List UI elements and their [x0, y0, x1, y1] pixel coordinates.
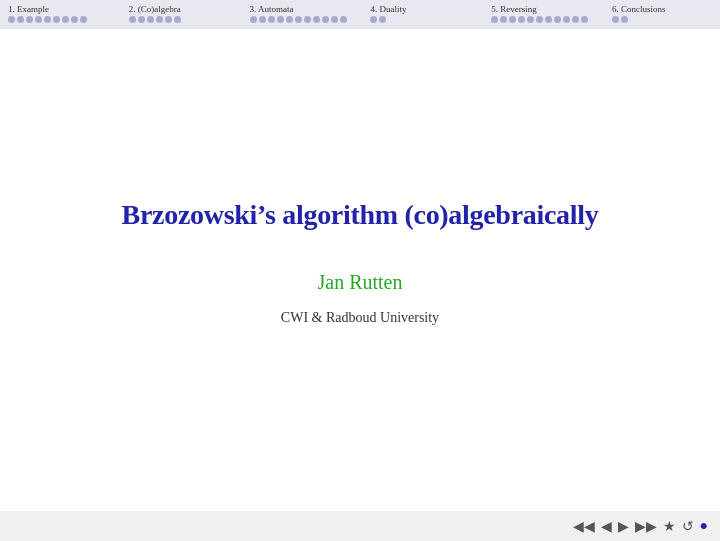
nav-dot — [313, 16, 320, 23]
nav-section-6-label: 6. Conclusions — [612, 4, 666, 14]
nav-dot — [509, 16, 516, 23]
nav-dots-1 — [8, 16, 87, 23]
slide-title: Brzozowski’s algorithm (co)algebraically — [122, 199, 599, 231]
nav-dot — [322, 16, 329, 23]
prev-page-icon[interactable]: ◀ — [601, 518, 612, 535]
nav-dot — [621, 16, 628, 23]
nav-dot — [8, 16, 15, 23]
nav-dots-2 — [129, 16, 181, 23]
nav-dot — [80, 16, 87, 23]
nav-section-2[interactable]: 2. (Co)algebra — [129, 4, 229, 23]
nav-dot — [500, 16, 507, 23]
nav-dot — [554, 16, 561, 23]
nav-section-5-label: 5. Reversing — [491, 4, 537, 14]
nav-dot — [286, 16, 293, 23]
nav-dot — [491, 16, 498, 23]
nav-dot — [370, 16, 377, 23]
nav-dot — [527, 16, 534, 23]
nav-dot — [35, 16, 42, 23]
nav-dot — [147, 16, 154, 23]
affiliation: CWI & Radboud University — [281, 310, 439, 326]
nav-section-6[interactable]: 6. Conclusions — [612, 4, 712, 23]
first-page-icon[interactable]: ◀◀ — [573, 518, 595, 535]
nav-section-1-label: 1. Example — [8, 4, 49, 14]
nav-dots-6 — [612, 16, 628, 23]
nav-dot — [536, 16, 543, 23]
nav-section-3-label: 3. Automata — [250, 4, 294, 14]
nav-section-5[interactable]: 5. Reversing — [491, 4, 591, 23]
nav-dot — [331, 16, 338, 23]
nav-dots-3 — [250, 16, 347, 23]
nav-dot — [138, 16, 145, 23]
nav-dot — [572, 16, 579, 23]
nav-dot — [165, 16, 172, 23]
nav-dots-4 — [370, 16, 386, 23]
nav-bar: 1. Example 2. (Co)algebra 3. Automata — [0, 0, 720, 29]
author-name: Jan Rutten — [318, 271, 403, 294]
nav-dot — [71, 16, 78, 23]
bottom-bar: ◀◀ ◀ ▶ ▶▶ ★ ↺ ● — [0, 511, 720, 541]
next-page-icon[interactable]: ▶ — [618, 518, 629, 535]
nav-dot — [379, 16, 386, 23]
nav-dots-5 — [491, 16, 588, 23]
nav-dot — [26, 16, 33, 23]
nav-dot — [53, 16, 60, 23]
nav-dot — [545, 16, 552, 23]
nav-dot — [17, 16, 24, 23]
last-page-icon[interactable]: ▶▶ — [635, 518, 657, 535]
nav-dot — [277, 16, 284, 23]
nav-dot — [62, 16, 69, 23]
nav-section-4-label: 4. Duality — [370, 4, 406, 14]
nav-section-2-label: 2. (Co)algebra — [129, 4, 181, 14]
menu-icon[interactable]: ● — [700, 518, 708, 534]
nav-dot — [340, 16, 347, 23]
nav-dot — [156, 16, 163, 23]
nav-dot — [304, 16, 311, 23]
nav-dot — [174, 16, 181, 23]
nav-section-4[interactable]: 4. Duality — [370, 4, 470, 23]
refresh-icon[interactable]: ↺ — [682, 518, 694, 535]
nav-dot — [581, 16, 588, 23]
nav-section-1[interactable]: 1. Example — [8, 4, 108, 23]
slide-content: Brzozowski’s algorithm (co)algebraically… — [0, 29, 720, 495]
nav-dot — [268, 16, 275, 23]
nav-dot — [129, 16, 136, 23]
bookmark-icon[interactable]: ★ — [663, 518, 676, 535]
nav-dot — [44, 16, 51, 23]
nav-dot — [295, 16, 302, 23]
nav-dot — [612, 16, 619, 23]
nav-dot — [518, 16, 525, 23]
nav-dot — [250, 16, 257, 23]
nav-section-3[interactable]: 3. Automata — [250, 4, 350, 23]
nav-dot — [563, 16, 570, 23]
nav-dot — [259, 16, 266, 23]
